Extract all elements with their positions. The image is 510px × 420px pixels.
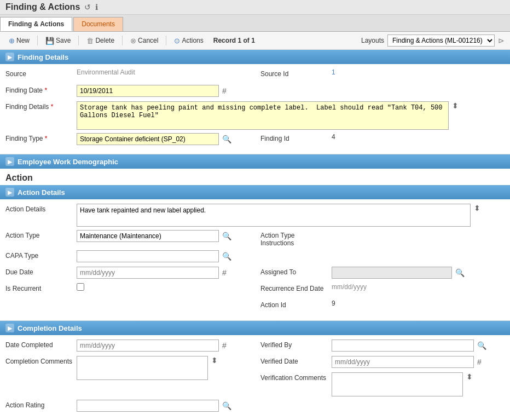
finding-date-input[interactable] — [77, 85, 219, 97]
actions-icon: ⊙ — [174, 37, 180, 45]
action-rating-input[interactable] — [77, 400, 219, 412]
cancel-icon: ⊗ — [130, 37, 136, 45]
new-icon: ⊕ — [9, 37, 15, 45]
finding-details-body: Source Environmental Audit Source Id 1 F… — [0, 64, 510, 154]
due-date-col: Due Date # — [5, 267, 255, 283]
scroll-icon-action-details[interactable]: ⬍ — [473, 204, 482, 212]
action-type-row: Action Type 🔍 Action Type Instructions — [5, 230, 505, 250]
action-rating-label: Action Rating — [5, 400, 77, 409]
finding-id-value: 4 — [332, 133, 335, 141]
search-icon-verified-by[interactable]: 🔍 — [476, 341, 488, 350]
finding-date-field: # — [77, 85, 505, 97]
source-form-row: Source Environmental Audit — [5, 68, 250, 82]
verified-by-label: Verified By — [260, 340, 332, 349]
save-button[interactable]: 💾 Save — [42, 35, 74, 47]
date-completed-input[interactable] — [77, 340, 219, 352]
due-date-form-row: Due Date # — [5, 267, 250, 280]
finding-date-row: Finding Date * # — [5, 85, 505, 98]
scroll-icon-finding-details[interactable]: ⬍ — [451, 101, 460, 110]
search-icon-action-rating[interactable]: 🔍 — [221, 401, 233, 410]
cancel-button[interactable]: ⊗ Cancel — [127, 35, 161, 47]
finding-details-header: ▶ Finding Details — [0, 50, 510, 64]
action-details-title: Action Details — [18, 188, 65, 197]
new-button[interactable]: ⊕ New — [5, 35, 33, 47]
completion-comments-textarea[interactable] — [77, 356, 208, 380]
source-id-field: 1 — [332, 68, 505, 76]
date-completed-label: Date Completed — [5, 340, 77, 349]
finding-type-label: Finding Type * — [5, 133, 77, 142]
capa-type-input[interactable] — [77, 250, 219, 262]
save-icon: 💾 — [45, 37, 54, 45]
date-completed-form-row: Date Completed # — [5, 340, 250, 353]
finding-details-toggle[interactable]: ▶ — [5, 53, 14, 61]
assigned-to-input[interactable] — [332, 267, 452, 279]
action-type-input[interactable] — [77, 230, 219, 242]
verification-comments-field: ⬍ — [332, 372, 505, 396]
action-details-toggle[interactable]: ▶ — [5, 188, 14, 197]
date-completed-col: Date Completed # — [5, 340, 255, 356]
calendar-icon-date-completed[interactable]: # — [221, 341, 228, 350]
action-id-field: 9 — [332, 300, 505, 307]
employee-work-header: ▶ Employee Work Demographic — [0, 154, 510, 169]
finding-details-row: Finding Details * Storage tank has peeli… — [5, 101, 505, 130]
actions-button[interactable]: ⊙ Actions — [171, 35, 206, 47]
verified-date-label: Verified Date — [260, 356, 332, 365]
scroll-icon-completion-comments[interactable]: ⬍ — [210, 356, 219, 365]
delete-icon: 🗑 — [86, 37, 94, 45]
main-content: ▶ Finding Details Source Environmental A… — [0, 50, 510, 420]
finding-details-field: Storage tank has peeling paint and missi… — [77, 101, 505, 130]
finding-type-field: 🔍 — [77, 133, 250, 145]
capa-type-field: 🔍 — [77, 250, 505, 262]
recurrence-end-date-field: mm/dd/yyyy — [332, 283, 505, 291]
action-rating-row: Action Rating 🔍 — [5, 400, 505, 413]
verified-date-field: # — [332, 356, 505, 368]
calendar-icon-verified-date[interactable]: # — [476, 358, 483, 366]
verification-comments-textarea[interactable] — [332, 372, 463, 396]
tab-finding-actions[interactable]: Finding & Actions — [0, 17, 72, 31]
action-type-instructions-col: Action Type Instructions — [255, 230, 505, 250]
search-icon-capa-type[interactable]: 🔍 — [221, 252, 233, 261]
verified-date-form-row: Verified Date # — [260, 356, 505, 369]
divider — [166, 36, 166, 45]
completion-comments-row: Completion Comments ⬍ Verified Date # — [5, 356, 505, 400]
scroll-icon-verification-comments[interactable]: ⬍ — [465, 372, 474, 381]
delete-button[interactable]: 🗑 Delete — [83, 35, 118, 47]
calendar-icon-due-date[interactable]: # — [221, 268, 228, 277]
completion-comments-label: Completion Comments — [5, 356, 77, 365]
verification-comments-label: Verification Comments — [260, 372, 332, 382]
source-col: Source Environmental Audit — [5, 68, 255, 85]
finding-type-form-row: Finding Type * 🔍 — [5, 133, 250, 146]
calendar-icon-finding-date[interactable]: # — [221, 87, 228, 95]
search-icon-action-type[interactable]: 🔍 — [221, 232, 233, 240]
finding-id-form-row: Finding Id 4 — [260, 133, 505, 146]
action-id-label: Action Id — [260, 300, 332, 309]
completion-details-title: Completion Details — [18, 324, 82, 332]
verified-date-input[interactable] — [332, 356, 474, 368]
employee-work-toggle[interactable]: ▶ — [5, 157, 14, 166]
completion-details-toggle[interactable]: ▶ — [5, 324, 14, 332]
info-icon[interactable]: ℹ — [95, 3, 98, 11]
layouts-dropdown[interactable]: Finding & Actions (ML-001216) — [387, 34, 495, 47]
record-info: Record 1 of 1 — [213, 37, 255, 44]
layouts-label: Layouts — [361, 37, 384, 44]
tab-documents[interactable]: Documents — [73, 17, 123, 31]
tabs-bar: Finding & Actions Documents — [0, 15, 510, 32]
page-title: Finding & Actions — [5, 2, 80, 12]
action-details-row: Action Details Have tank repainted and n… — [5, 204, 505, 227]
finding-type-input[interactable] — [77, 133, 219, 145]
pin-icon[interactable]: ⊳ — [498, 36, 505, 45]
source-value: Environmental Audit — [77, 68, 135, 76]
verified-date-col: Verified Date # Verification Comments ⬍ — [255, 356, 505, 400]
refresh-icon[interactable]: ↺ — [84, 3, 91, 11]
is-recurrent-checkbox[interactable] — [77, 283, 84, 291]
capa-type-row: CAPA Type 🔍 — [5, 250, 505, 263]
due-date-input[interactable] — [77, 267, 219, 279]
date-completed-field: # — [77, 340, 250, 352]
verified-by-input[interactable] — [332, 340, 474, 352]
search-icon-finding-type[interactable]: 🔍 — [221, 135, 233, 143]
finding-details-textarea[interactable]: Storage tank has peeling paint and missi… — [77, 101, 449, 130]
is-recurrent-form-row: Is Recurrent — [5, 283, 250, 296]
action-details-textarea[interactable]: Have tank repainted and new label applie… — [77, 204, 471, 227]
search-icon-assigned-to[interactable]: 🔍 — [454, 268, 466, 277]
action-details-body: Action Details Have tank repainted and n… — [0, 199, 510, 321]
